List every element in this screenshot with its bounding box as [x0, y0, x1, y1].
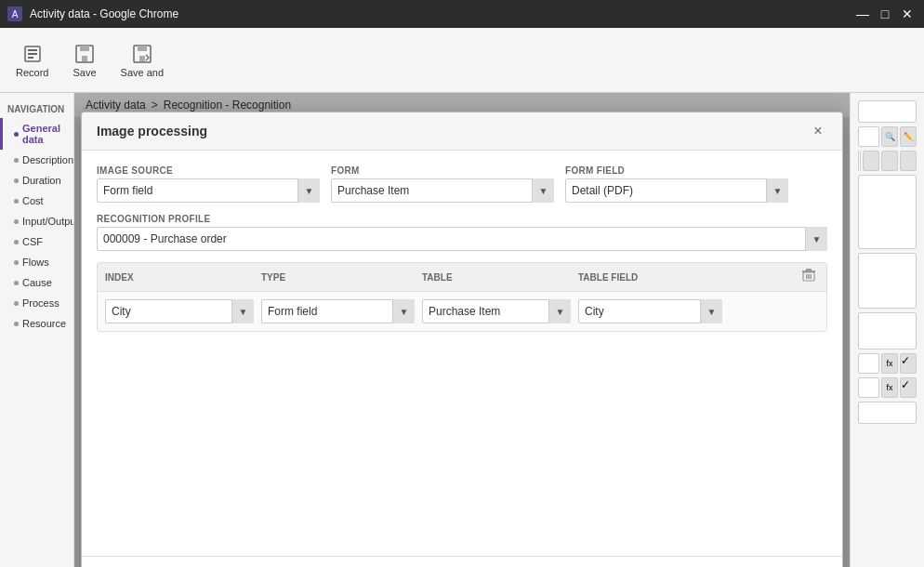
sidebar-item-duration[interactable]: Duration — [0, 170, 73, 191]
sidebar-item-label: Resource — [22, 318, 66, 329]
sidebar-item-label: CSF — [22, 236, 43, 247]
right-btn-a[interactable] — [863, 151, 879, 171]
right-edit-btn-1[interactable]: ✏️ — [900, 126, 917, 147]
col-index-label: INDEX — [105, 272, 254, 283]
nav-dot — [14, 281, 19, 285]
table-field-cell: City ▼ — [578, 299, 722, 323]
record-icon — [21, 43, 44, 65]
nav-dot — [14, 301, 19, 306]
maximize-button[interactable]: □ — [876, 5, 894, 23]
index-cell: City ▼ — [105, 299, 254, 323]
table-select-wrapper: Purchase Item ▼ — [422, 299, 571, 323]
nav-dot — [14, 219, 19, 224]
type-select-wrapper: Form field ▼ — [261, 299, 415, 323]
minimize-button[interactable]: — — [853, 5, 872, 23]
svg-rect-2 — [28, 53, 37, 55]
table-cell: Purchase Item ▼ — [422, 299, 571, 323]
right-search-btn-1[interactable]: 🔍 — [881, 126, 898, 147]
table-select[interactable]: Purchase Item — [422, 299, 571, 323]
sidebar-item-resource[interactable]: Resource — [0, 313, 73, 334]
save-icon — [73, 43, 96, 65]
delete-row-header-button[interactable] — [799, 267, 819, 287]
sidebar-item-cause[interactable]: Cause — [0, 272, 73, 293]
form-field-select[interactable]: Detail (PDF) — [565, 178, 788, 203]
record-label: Record — [16, 67, 48, 78]
save-and-label: Save and — [121, 67, 164, 78]
table-row: City ▼ Form field — [105, 299, 819, 323]
form-field-label: FORM FIELD — [565, 165, 788, 176]
record-button[interactable]: Record — [7, 38, 57, 83]
form-field-group: FORM FIELD Detail (PDF) ▼ — [565, 165, 788, 203]
svg-rect-12 — [808, 274, 810, 279]
close-button[interactable]: ✕ — [898, 5, 917, 23]
sidebar-item-label: Input/Output — [22, 216, 74, 227]
recognition-profile-wrapper: 000009 - Purchase order ▼ — [97, 227, 827, 251]
modal-close-button[interactable]: × — [809, 122, 827, 140]
right-edit-field-1 — [858, 353, 879, 374]
inner-table-cols: INDEX TYPE TABLE TABLE FIELD — [105, 272, 799, 283]
sidebar: NAVIGATION General data Description Dura… — [0, 93, 74, 567]
sidebar-item-process[interactable]: Process — [0, 293, 73, 313]
window-controls: — □ ✕ — [853, 5, 917, 23]
svg-rect-8 — [138, 46, 147, 51]
sidebar-item-cost[interactable]: Cost — [0, 191, 73, 211]
right-check-btn-1[interactable]: ✓ — [900, 353, 917, 374]
title-bar: A Activity data - Google Chrome — □ ✕ — [0, 0, 924, 28]
form-select[interactable]: Purchase Item — [331, 178, 554, 203]
table-field-select[interactable]: City — [578, 299, 722, 323]
sidebar-item-input-output[interactable]: Input/Output — [0, 211, 73, 231]
main-layout: NAVIGATION General data Description Dura… — [0, 93, 924, 567]
right-fx-btn-2[interactable]: fx — [881, 377, 898, 398]
inner-table-header: INDEX TYPE TABLE TABLE FIELD — [98, 263, 826, 292]
svg-rect-6 — [82, 56, 87, 61]
sidebar-item-label: Cause — [22, 277, 52, 288]
type-select[interactable]: Form field — [261, 299, 415, 323]
inner-table: INDEX TYPE TABLE TABLE FIELD — [97, 262, 827, 332]
save-label: Save — [73, 67, 96, 78]
save-and-icon — [131, 43, 153, 65]
svg-rect-1 — [28, 49, 37, 51]
recognition-profile-select[interactable]: 000009 - Purchase order — [97, 227, 827, 251]
content-area: Activity data > Recognition - Recognitio… — [74, 93, 850, 567]
type-cell: Form field ▼ — [261, 299, 415, 323]
right-check-btn-2[interactable]: ✓ — [900, 377, 917, 398]
sidebar-item-label: Duration — [22, 175, 61, 186]
right-box-3 — [858, 312, 917, 349]
svg-rect-14 — [802, 270, 815, 272]
nav-dot — [14, 132, 19, 137]
right-box-2 — [858, 253, 917, 309]
right-edit-row-1: fx ✓ — [858, 353, 917, 374]
svg-rect-9 — [139, 56, 145, 61]
right-search-row-1: 🔍 ✏️ — [858, 126, 917, 147]
right-btn-b[interactable] — [881, 151, 898, 171]
right-fx-btn-1[interactable]: fx — [881, 353, 898, 374]
right-edit-row-2: fx ✓ — [858, 377, 917, 398]
sidebar-item-label: Cost — [22, 195, 44, 206]
sidebar-item-description[interactable]: Description — [0, 150, 73, 170]
nav-section-label: NAVIGATION — [0, 100, 73, 118]
window-title: Activity data - Google Chrome — [30, 7, 846, 20]
nav-dot — [14, 260, 19, 265]
nav-dot — [14, 199, 19, 204]
index-select[interactable]: City — [105, 299, 254, 323]
svg-rect-15 — [806, 269, 812, 270]
image-source-wrapper: Form field File URL ▼ — [97, 178, 320, 203]
right-box-1 — [858, 175, 917, 249]
app-container: Record Save Save and NAVIGATION General … — [0, 28, 924, 567]
save-and-button[interactable]: Save and — [112, 38, 172, 83]
right-edit-field-2 — [858, 377, 879, 398]
modal-footer: Add relationship Close Cancel Save — [82, 556, 842, 567]
save-button[interactable]: Save — [64, 38, 104, 83]
sidebar-item-general-data[interactable]: General data — [0, 118, 73, 150]
right-field-2 — [858, 402, 917, 424]
nav-dot — [14, 158, 19, 163]
sidebar-item-label: Description — [22, 154, 73, 165]
index-select-wrapper: City ▼ — [105, 299, 254, 323]
svg-rect-3 — [28, 57, 33, 59]
svg-rect-11 — [806, 274, 808, 279]
sidebar-item-csf[interactable]: CSF — [0, 231, 73, 252]
right-btn-c[interactable] — [900, 151, 917, 171]
sidebar-item-flows[interactable]: Flows — [0, 252, 73, 272]
col-table-label: TABLE — [422, 272, 571, 283]
image-source-select[interactable]: Form field File URL — [97, 178, 320, 203]
